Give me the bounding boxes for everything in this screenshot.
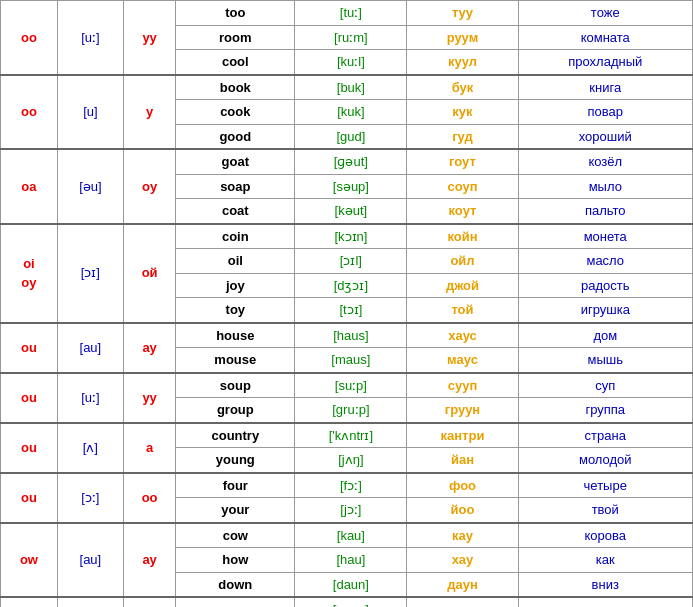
translation-cell: комната [518,25,692,50]
translation-cell: игрушка [518,298,692,323]
translation-cell: снег [518,597,692,607]
ru-letter-cell: оо [123,473,175,523]
ru-letter-cell: оу [123,597,175,607]
english-word-cell: how [176,548,295,573]
transcription-cell: ['kʌntrɪ] [295,423,407,448]
transcription-cell: [kɔɪn] [295,224,407,249]
translation-cell: страна [518,423,692,448]
english-word-cell: cow [176,523,295,548]
transcription-cell: [kəut] [295,199,407,224]
transcription-cell: [kau] [295,523,407,548]
transcription-cell: [snəu] [295,597,407,607]
english-word-cell: soup [176,373,295,398]
ru-word-cell: ойл [407,249,518,274]
ipa-cell: [uː] [57,1,123,75]
english-word-cell: coin [176,224,295,249]
ipa-cell: [au] [57,523,123,598]
english-word-cell: your [176,498,295,523]
english-word-cell: goat [176,149,295,174]
english-word-cell: room [176,25,295,50]
english-word-cell: snow [176,597,295,607]
ru-word-cell: куул [407,50,518,75]
translation-cell: группа [518,398,692,423]
english-word-cell: cool [176,50,295,75]
translation-cell: повар [518,100,692,125]
ru-word-cell: маус [407,348,518,373]
ru-word-cell: фоо [407,473,518,498]
ru-word-cell: той [407,298,518,323]
english-word-cell: group [176,398,295,423]
ru-word-cell: соуп [407,174,518,199]
translation-cell: четыре [518,473,692,498]
translation-cell: козёл [518,149,692,174]
ipa-cell: [ʌ] [57,423,123,473]
ru-word-cell: груун [407,398,518,423]
translation-cell: твой [518,498,692,523]
translation-cell: масло [518,249,692,274]
translation-cell: мыло [518,174,692,199]
english-word-cell: coat [176,199,295,224]
english-word-cell: joy [176,273,295,298]
ru-word-cell: туу [407,1,518,26]
english-word-cell: soap [176,174,295,199]
transcription-cell: [kuk] [295,100,407,125]
translation-cell: радость [518,273,692,298]
translation-cell: тоже [518,1,692,26]
transcription-cell: [haus] [295,323,407,348]
ru-letter-cell: ау [123,523,175,598]
translation-cell: мышь [518,348,692,373]
digraph-cell: ou [1,373,58,423]
ru-word-cell: даун [407,572,518,597]
ru-word-cell: руум [407,25,518,50]
transcription-cell: [ɡəut] [295,149,407,174]
english-word-cell: toy [176,298,295,323]
ru-word-cell: бук [407,75,518,100]
ru-letter-cell: ой [123,224,175,323]
transcription-cell: [fɔː] [295,473,407,498]
ipa-cell: [ɔɪ] [57,224,123,323]
ru-letter-cell: ау [123,323,175,373]
translation-cell: как [518,548,692,573]
transcription-cell: [jɔː] [295,498,407,523]
translation-cell: суп [518,373,692,398]
ru-letter-cell: y [123,75,175,150]
ru-word-cell: хаус [407,323,518,348]
transcription-cell: [tɔɪ] [295,298,407,323]
ru-word-cell: кау [407,523,518,548]
english-word-cell: oil [176,249,295,274]
transcription-cell: [suːp] [295,373,407,398]
digraph-cell: oa [1,149,58,224]
english-word-cell: book [176,75,295,100]
ru-word-cell: гоут [407,149,518,174]
digraph-cell: ow [1,523,58,598]
ru-word-cell: койн [407,224,518,249]
english-word-cell: cook [176,100,295,125]
translation-cell: хороший [518,124,692,149]
ru-word-cell: гуд [407,124,518,149]
english-word-cell: young [176,448,295,473]
transcription-cell: [daun] [295,572,407,597]
transcription-cell: [tuː] [295,1,407,26]
transcription-cell: [gud] [295,124,407,149]
transcription-cell: [dʒɔɪ] [295,273,407,298]
ru-word-cell: хау [407,548,518,573]
translation-cell: книга [518,75,692,100]
ru-word-cell: йоо [407,498,518,523]
translation-cell: пальто [518,199,692,224]
ipa-cell: [əu] [57,597,123,607]
ru-word-cell: сууп [407,373,518,398]
english-word-cell: good [176,124,295,149]
ipa-cell: [uː] [57,373,123,423]
ru-letter-cell: уу [123,373,175,423]
english-word-cell: mouse [176,348,295,373]
digraph-cell: ou [1,323,58,373]
english-word-cell: down [176,572,295,597]
transcription-cell: [ɔɪl] [295,249,407,274]
translation-cell: молодой [518,448,692,473]
ru-letter-cell: уу [123,1,175,75]
translation-cell: монета [518,224,692,249]
english-word-cell: too [176,1,295,26]
ru-letter-cell: а [123,423,175,473]
digraph-cell: ou [1,423,58,473]
ipa-cell: [əu] [57,149,123,224]
